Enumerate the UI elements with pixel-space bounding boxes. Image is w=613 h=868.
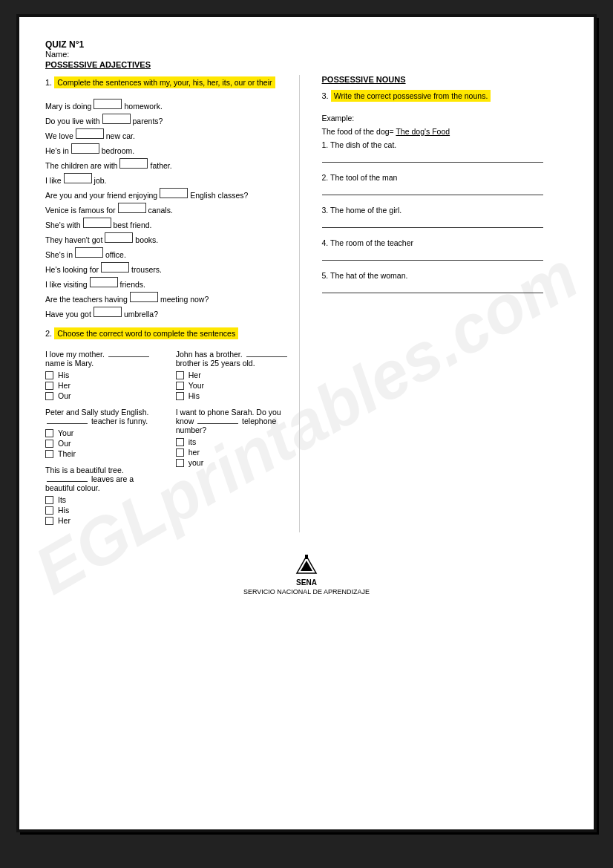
header: QUIZ N°1 Name: POSSESSIVE ADJECTIVES <box>45 39 568 69</box>
option-1-her[interactable]: Her <box>45 381 161 390</box>
answer-line-3[interactable] <box>322 218 543 228</box>
sentence-12: He's looking for trousers. <box>45 262 292 274</box>
answer-line-4[interactable] <box>322 250 543 261</box>
choose-sentence-4: John has a brother. brother is 25 years … <box>176 350 292 368</box>
sentence-4: He's in bedroom. <box>45 143 292 155</box>
checkbox-4-your[interactable] <box>176 382 184 390</box>
option-4-his[interactable]: His <box>176 391 292 400</box>
option-4-her[interactable]: Her <box>176 371 292 379</box>
option-5-your[interactable]: your <box>176 458 292 467</box>
sentence-7: Are you and your friend enjoying English… <box>45 188 292 200</box>
blank-14[interactable] <box>130 292 158 302</box>
choose-group-2: Peter and Sally study English. teacher i… <box>45 408 161 458</box>
checkbox-2-your[interactable] <box>45 429 53 437</box>
sentence-10: They haven't got books. <box>45 232 292 244</box>
exercise1-num: 1. Complete the sentences with my, your,… <box>45 76 292 94</box>
quiz-title: QUIZ N°1 <box>45 39 568 50</box>
checkbox-1-his[interactable] <box>45 371 53 379</box>
footer-logo-container <box>45 555 568 578</box>
blank-2[interactable] <box>102 114 131 124</box>
checkbox-3-its[interactable] <box>45 496 53 504</box>
sentence-15: Have you got umbrella? <box>45 307 292 319</box>
option-3-her[interactable]: Her <box>45 516 161 525</box>
blank-12[interactable] <box>101 262 129 273</box>
example-text: The food of the dog= The food of the dog… <box>322 127 568 136</box>
choose-group-3: This is a beautiful tree. leaves are a b… <box>45 466 161 525</box>
exercise2-body: I love my mother. name is Mary. His Her <box>45 350 292 532</box>
answer-line-1[interactable] <box>322 152 543 163</box>
name-line: Name: <box>45 50 568 59</box>
sentence-9: She's with best friend. <box>45 218 292 229</box>
svg-rect-2 <box>305 555 308 559</box>
option-4-your[interactable]: Your <box>176 381 292 390</box>
option-5-its[interactable]: its <box>176 437 292 446</box>
checkbox-1-her[interactable] <box>45 382 53 390</box>
option-2-your[interactable]: Your <box>45 428 161 437</box>
choose-sentence-1: I love my mother. name is Mary. <box>45 350 161 368</box>
blank-13[interactable] <box>90 277 118 287</box>
footer: SENA SERVICIO NACIONAL DE APRENDIZAJE <box>45 555 568 595</box>
checkbox-2-their[interactable] <box>45 450 53 458</box>
option-1-his[interactable]: His <box>45 371 161 379</box>
sentence-3: We love new car. <box>45 128 292 140</box>
checkbox-3-his[interactable] <box>45 506 53 515</box>
option-2-their[interactable]: Their <box>45 449 161 458</box>
checkbox-5-your[interactable] <box>176 459 184 467</box>
checkbox-3-her[interactable] <box>45 517 53 525</box>
sentence-13: I like visiting friends. <box>45 277 292 289</box>
pn-item-1: 1. The dish of the cat. <box>322 140 568 163</box>
sentence-6: I like job. <box>45 173 292 185</box>
option-1-our[interactable]: Our <box>45 391 161 400</box>
blank-10[interactable] <box>105 232 133 243</box>
option-5-her[interactable]: her <box>176 448 292 457</box>
checkbox-5-her[interactable] <box>176 448 184 457</box>
option-3-its[interactable]: Its <box>45 495 161 504</box>
answer-line-2[interactable] <box>322 185 543 195</box>
ex2-instruction: Choose the correct word to complete the … <box>54 327 238 339</box>
checkbox-1-our[interactable] <box>45 392 53 400</box>
sentence-11: She's in office. <box>45 247 292 259</box>
answer-line-5[interactable] <box>322 283 543 293</box>
sena-logo-icon <box>295 555 318 577</box>
svg-marker-1 <box>301 561 312 571</box>
footer-logo-text: SENA <box>45 578 568 587</box>
ex3-instruction: Write the correct possessive from the no… <box>331 90 491 102</box>
blank-11[interactable] <box>75 247 103 258</box>
choose-sentence-2: Peter and Sally study English. teacher i… <box>45 408 161 425</box>
checkbox-2-our[interactable] <box>45 440 53 448</box>
pn-item-5: 5. The hat of the woman. <box>322 271 568 293</box>
blank-3[interactable] <box>76 128 104 139</box>
checkbox-4-her[interactable] <box>176 371 184 379</box>
right-column: POSSESSIVE NOUNS 3. Write the correct po… <box>315 75 568 532</box>
blank-8[interactable] <box>118 203 146 213</box>
blank-1[interactable] <box>94 99 122 109</box>
ex1-instruction: Complete the sentences with my, your, hi… <box>54 76 275 88</box>
sentence-8: Venice is famous for canals. <box>45 203 292 215</box>
ex1-num: 1. <box>45 78 52 87</box>
pn-item-4: 4. The room of the teacher <box>322 238 568 261</box>
option-3-his[interactable]: His <box>45 506 161 515</box>
exercise2-header: 2. Choose the correct word to complete t… <box>45 327 292 345</box>
pn-item-2: 2. The tool of the man <box>322 173 568 195</box>
checkbox-4-his[interactable] <box>176 392 184 400</box>
sentence-2: Do you live with parents? <box>45 114 292 125</box>
pn-item-3: 3. The home of the girl. <box>322 206 568 228</box>
exercise1-sentences: Mary is doing homework. Do you live with… <box>45 99 292 319</box>
blank-5[interactable] <box>119 158 148 169</box>
section1-title: POSSESSIVE ADJECTIVES <box>45 60 568 69</box>
checkbox-5-its[interactable] <box>176 438 184 446</box>
blank-9[interactable] <box>83 218 111 228</box>
blank-4[interactable] <box>71 143 99 154</box>
blank-7[interactable] <box>160 188 188 198</box>
example-label: Example: <box>322 114 568 123</box>
ex3-num: 3. <box>322 91 329 100</box>
blank-15[interactable] <box>94 307 122 317</box>
choose-sentence-3: This is a beautiful tree. leaves are a b… <box>45 466 161 492</box>
sentence-14: Are the teachers having meeting now? <box>45 292 292 304</box>
footer-tagline: SERVICIO NACIONAL DE APRENDIZAJE <box>45 588 568 595</box>
blank-6[interactable] <box>64 173 92 183</box>
choose-group-5: I want to phone Sarah. Do you know telep… <box>176 408 292 467</box>
option-2-our[interactable]: Our <box>45 439 161 448</box>
choose-sentence-5: I want to phone Sarah. Do you know telep… <box>176 408 292 434</box>
ex2-left: I love my mother. name is Mary. His Her <box>45 350 161 532</box>
